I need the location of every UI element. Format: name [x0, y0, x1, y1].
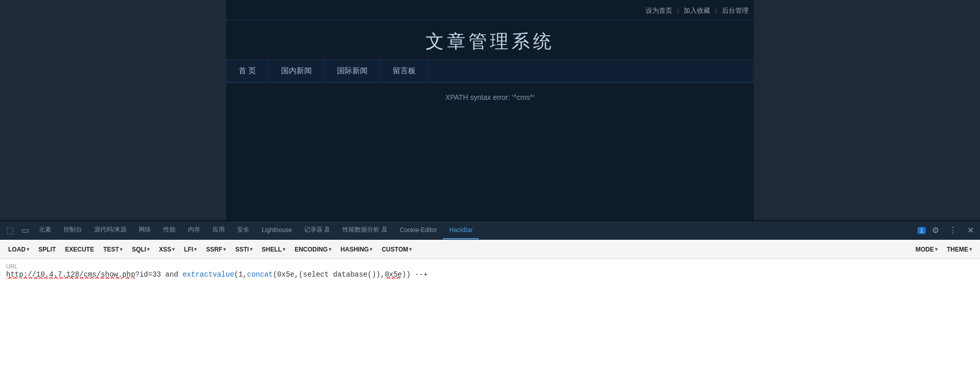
- theme-arrow-icon: ▾: [969, 246, 972, 252]
- devtools-settings-btn[interactable]: ⚙: [928, 223, 943, 238]
- hackbar-test-btn[interactable]: TEST ▾: [99, 244, 127, 255]
- tab-hackbar[interactable]: HackBar: [443, 221, 479, 239]
- nav-item-home[interactable]: 首 页: [226, 60, 269, 82]
- hackbar-split-btn[interactable]: SPLIT: [34, 244, 60, 255]
- mode-arrow-icon: ▾: [935, 246, 938, 252]
- devtools-tabs-bar: ⬚ ▭ 元素 控制台 源代码/来源 网络 性能 内存 应用 安全 Lightho…: [0, 221, 980, 240]
- hackbar-shell-btn[interactable]: SHELL ▾: [258, 244, 289, 255]
- hackbar-theme-btn[interactable]: THEME ▾: [943, 244, 976, 255]
- url-concat-args: (0x5e,(select database()),: [273, 270, 385, 279]
- xpath-error-message: XPATH syntax error: '^cms^': [445, 93, 535, 101]
- hackbar-lfi-btn[interactable]: LFI ▾: [180, 244, 201, 255]
- set-home-link[interactable]: 设为首页: [646, 7, 672, 14]
- site-error-content: XPATH syntax error: '^cms^': [226, 83, 754, 112]
- xss-arrow-icon: ▾: [172, 246, 175, 252]
- test-arrow-icon: ▾: [120, 246, 122, 252]
- hackbar-execute-btn[interactable]: EXECUTE: [61, 244, 98, 255]
- ssti-arrow-icon: ▾: [250, 246, 252, 252]
- hackbar-xss-btn[interactable]: XSS ▾: [155, 244, 179, 255]
- encoding-arrow-icon: ▾: [329, 246, 331, 252]
- site-nav: 首 页 国内新闻 国际新闻 留言板: [226, 60, 754, 83]
- device-toggle-btn[interactable]: ▭: [17, 223, 33, 238]
- nav-item-domestic[interactable]: 国内新闻: [269, 60, 325, 82]
- site-title: 文章管理系统: [231, 29, 749, 54]
- hackbar-body: LOAD ▾ SPLIT EXECUTE TEST ▾ SQLI ▾ XSS ▾: [0, 240, 980, 376]
- tab-cookie-editor[interactable]: Cookie-Editor: [394, 221, 443, 239]
- url-host-path: http://10.4.7.128/cms/show.php: [6, 270, 135, 279]
- tab-security[interactable]: 安全: [231, 221, 255, 239]
- devtools-panel: ⬚ ▭ 元素 控制台 源代码/来源 网络 性能 内存 应用 安全 Lightho…: [0, 220, 980, 376]
- admin-link[interactable]: 后台管理: [722, 7, 749, 14]
- url-0x5e: 0x5e: [385, 270, 402, 279]
- url-extract-function: extractvalue: [182, 270, 234, 279]
- sqli-arrow-icon: ▾: [147, 246, 150, 252]
- tab-console[interactable]: 控制台: [57, 221, 88, 239]
- devtools-more-btn[interactable]: ⋮: [945, 223, 961, 238]
- tab-performance[interactable]: 性能: [157, 221, 182, 239]
- inspect-icon-btn[interactable]: ⬚: [2, 223, 17, 238]
- devtools-tabs-right: 1 ⚙ ⋮ ✕: [918, 223, 978, 238]
- browser-content: 设为首页 | 加入收藏 | 后台管理 文章管理系统 首 页 国内新闻 国际新闻 …: [0, 0, 980, 220]
- tab-perf-insights[interactable]: 性能数据分析 及: [336, 221, 393, 239]
- hackbar-hashing-btn[interactable]: HASHING ▾: [336, 244, 376, 255]
- url-value: http://10.4.7.128/cms/show.php?id=33 and…: [6, 270, 974, 279]
- load-arrow-icon: ▾: [27, 246, 29, 252]
- hackbar-toolbar: LOAD ▾ SPLIT EXECUTE TEST ▾ SQLI ▾ XSS ▾: [0, 240, 980, 259]
- nav-item-international[interactable]: 国际新闻: [325, 60, 380, 82]
- hackbar-ssrf-btn[interactable]: SSRF ▾: [202, 244, 230, 255]
- url-concat-function: concat: [247, 270, 273, 279]
- tab-recorder[interactable]: 记录器 及: [298, 221, 336, 239]
- hashing-arrow-icon: ▾: [370, 246, 372, 252]
- sep2: |: [715, 7, 717, 14]
- url-end: )) --+: [402, 270, 428, 279]
- ssrf-arrow-icon: ▾: [223, 246, 226, 252]
- hackbar-encoding-btn[interactable]: ENCODING ▾: [290, 244, 335, 255]
- url-query-normal: ?id=33 and: [135, 270, 182, 279]
- hackbar-custom-btn[interactable]: CUSTOM ▾: [377, 244, 416, 255]
- hackbar-ssti-btn[interactable]: SSTI ▾: [231, 244, 257, 255]
- url-label: URL: [6, 263, 974, 269]
- hackbar-sqli-btn[interactable]: SQLI ▾: [127, 244, 154, 255]
- site-title-area: 文章管理系统: [226, 20, 754, 60]
- add-favorite-link[interactable]: 加入收藏: [684, 7, 710, 14]
- sep1: |: [677, 7, 678, 14]
- nav-item-guestbook[interactable]: 留言板: [380, 60, 429, 82]
- tab-elements[interactable]: 元素: [33, 221, 57, 239]
- tab-network[interactable]: 网络: [133, 221, 157, 239]
- devtools-close-btn[interactable]: ✕: [963, 223, 978, 238]
- lfi-arrow-icon: ▾: [194, 246, 197, 252]
- site-header-links: 设为首页 | 加入收藏 | 后台管理: [226, 0, 754, 20]
- site-wrapper: 设为首页 | 加入收藏 | 后台管理 文章管理系统 首 页 国内新闻 国际新闻 …: [226, 0, 754, 220]
- tab-lighthouse[interactable]: Lighthouse: [255, 221, 298, 239]
- tab-memory[interactable]: 内存: [182, 221, 206, 239]
- tab-application[interactable]: 应用: [206, 221, 231, 239]
- tab-sources[interactable]: 源代码/来源: [88, 221, 133, 239]
- custom-arrow-icon: ▾: [409, 246, 412, 252]
- shell-arrow-icon: ▾: [283, 246, 285, 252]
- url-query-rest: (1,: [234, 270, 247, 279]
- devtools-badge: 1: [918, 227, 926, 234]
- hackbar-mode-btn[interactable]: MODE ▾: [911, 244, 942, 255]
- hackbar-load-btn[interactable]: LOAD ▾: [4, 244, 33, 255]
- hackbar-url-area[interactable]: URL http://10.4.7.128/cms/show.php?id=33…: [0, 259, 980, 376]
